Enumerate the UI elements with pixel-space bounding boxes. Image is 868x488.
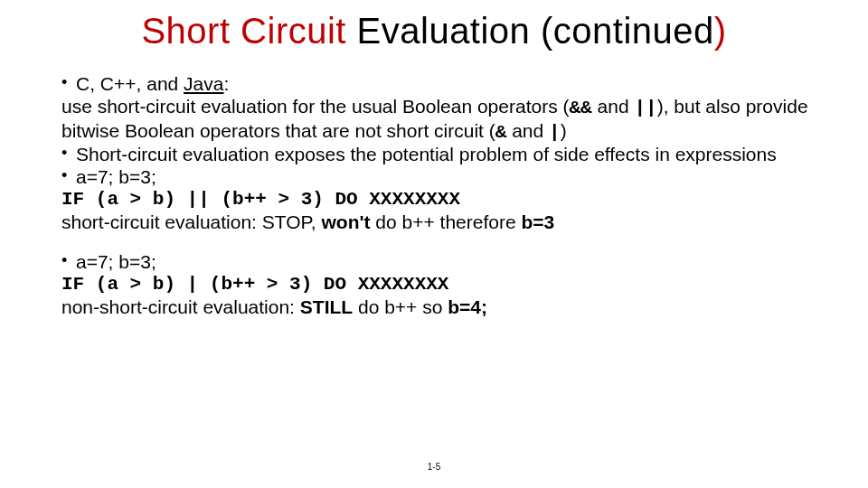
bullet-example-1: a=7; b=3;: [61, 166, 814, 189]
text: C, C++, and: [76, 73, 184, 94]
text: a=7; b=3;: [76, 251, 156, 272]
page-number: 1-5: [0, 462, 868, 472]
slide-title: Short Circuit Evaluation (continued): [54, 11, 814, 52]
text-bold: b=3: [521, 211, 554, 232]
slide: Short Circuit Evaluation (continued) C, …: [0, 0, 868, 488]
title-part-1: Short Circuit: [141, 11, 346, 51]
text: short-circuit evaluation: STOP,: [61, 211, 322, 232]
op-or-or: ||: [634, 98, 656, 118]
text: and: [506, 120, 549, 141]
bullet-example-2: a=7; b=3;: [61, 251, 814, 274]
line-result-2: non-short-circuit evaluation: STILL do b…: [61, 296, 814, 319]
code-example-2: IF (a > b) | (b++ > 3) DO XXXXXXXX: [61, 274, 814, 296]
op-and: &: [495, 122, 507, 143]
code-example-1: IF (a > b) || (b++ > 3) DO XXXXXXXX: [61, 189, 814, 211]
title-part-2: Evaluation (continued: [346, 11, 714, 51]
bullet-languages: C, C++, and Java:: [61, 73, 814, 96]
text-underline: Java: [184, 73, 223, 94]
text: non-short-circuit evaluation:: [61, 296, 300, 317]
text: do b++ therefore: [371, 211, 522, 232]
title-part-3: ): [714, 11, 727, 51]
text-bold: won't: [322, 211, 371, 232]
op-and-and: &&: [569, 98, 591, 118]
text: do b++ so: [353, 296, 448, 317]
bullet-side-effects: Short-circuit evaluation exposes the pot…: [61, 144, 814, 166]
spacer: [61, 233, 814, 251]
text: ): [561, 120, 567, 141]
op-or: |: [549, 122, 561, 143]
text: Short-circuit evaluation exposes the pot…: [76, 144, 777, 164]
text-bold: STILL: [300, 296, 353, 317]
text: and: [592, 96, 635, 117]
text: use short-circuit evaluation for the usu…: [61, 96, 569, 117]
text: :: [223, 73, 229, 94]
line-result-1: short-circuit evaluation: STOP, won't do…: [61, 211, 814, 234]
text-bold: b=4;: [448, 296, 487, 317]
line-usage: use short-circuit evaluation for the usu…: [61, 96, 814, 145]
text: a=7; b=3;: [76, 166, 156, 187]
slide-body: C, C++, and Java: use short-circuit eval…: [61, 73, 814, 319]
